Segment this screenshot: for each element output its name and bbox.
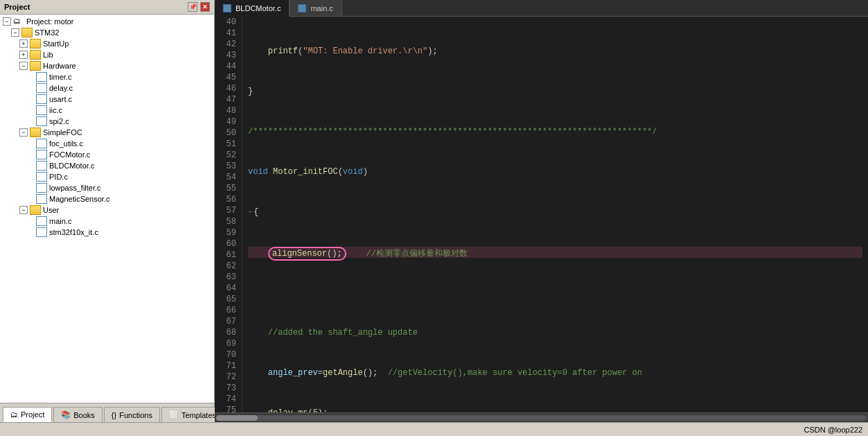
- code-line-47: //added the shaft_angle update: [248, 327, 862, 338]
- code-line-48: angle_prev=getAngle(); //getVelocity(),m…: [248, 367, 862, 378]
- left-panel-title: Project: [4, 3, 30, 11]
- tree-item-hardware[interactable]: − Hardware: [0, 60, 214, 71]
- file-magnetic-icon: [36, 194, 47, 204]
- folder-simplefoc-icon: [30, 128, 41, 137]
- code-line-41: }: [248, 86, 862, 97]
- panel-close-button[interactable]: ✕: [200, 2, 210, 12]
- left-panel-icons: 📌 ✕: [188, 2, 210, 12]
- tree-item-stm32f10x[interactable]: stm32f10x_it.c: [0, 227, 214, 238]
- expand-lib[interactable]: +: [19, 51, 28, 59]
- tree-item-spi2[interactable]: spi2.c: [0, 116, 214, 127]
- file-mainc-icon: [36, 216, 47, 226]
- scrollbar-thumb[interactable]: [216, 415, 258, 421]
- bottom-tabs: 🗂 Project 📚 Books {} Functions ⬜ Templat…: [0, 403, 214, 422]
- line-numbers: 40 41 42 43 44 45 46 47 48 49 50 51 52 5…: [215, 17, 242, 412]
- folder-lib-icon: [30, 50, 41, 60]
- tab-file-icon-main: [298, 4, 306, 12]
- tree-item-focmotor[interactable]: FOCMotor.c: [0, 149, 214, 160]
- code-line-42: /***************************************…: [248, 126, 862, 137]
- folder-user-icon: [30, 205, 41, 215]
- horizontal-scrollbar[interactable]: [215, 412, 868, 422]
- tab-functions[interactable]: {} Functions: [104, 407, 160, 422]
- file-focutils-icon: [36, 139, 47, 148]
- editor-tab-main[interactable]: main.c: [290, 0, 342, 16]
- file-bldcmotor-icon: [36, 161, 47, 171]
- project-tree: − 🗂 Project: motor − STM32 + StartUp + L…: [0, 15, 214, 403]
- tree-item-lowpass[interactable]: lowpass_filter.c: [0, 182, 214, 193]
- tree-item-pid[interactable]: PID.c: [0, 171, 214, 182]
- folder-hardware-icon: [30, 61, 41, 71]
- left-panel-header: Project 📌 ✕: [0, 0, 214, 15]
- functions-tab-icon: {}: [112, 411, 116, 419]
- tree-item-timer[interactable]: timer.c: [0, 71, 214, 82]
- tree-item-simplefoc[interactable]: − SimpleFOC: [0, 127, 214, 138]
- tree-item-usart[interactable]: usart.c: [0, 94, 214, 105]
- code-line-46: [248, 287, 862, 298]
- project-icon: 🗂: [13, 17, 24, 26]
- panel-pin-button[interactable]: 📌: [188, 2, 197, 12]
- code-lines: printf("MOT: Enable driver.\r\n"); } /**…: [242, 17, 868, 412]
- left-panel: Project 📌 ✕ − 🗂 Project: motor − STM32 +: [0, 0, 215, 422]
- code-area[interactable]: 40 41 42 43 44 45 46 47 48 49 50 51 52 5…: [215, 17, 868, 412]
- tab-project[interactable]: 🗂 Project: [3, 407, 52, 422]
- books-tab-icon: 📚: [61, 410, 71, 419]
- templates-tab-icon: ⬜: [169, 410, 179, 419]
- folder-stm32-icon: [21, 28, 33, 37]
- expand-icon[interactable]: −: [3, 17, 11, 26]
- tree-item-mainc[interactable]: main.c: [0, 216, 214, 227]
- code-line-43: void Motor_initFOC(void): [248, 166, 862, 177]
- file-focmotor-icon: [36, 150, 47, 159]
- project-tab-icon: 🗂: [10, 410, 18, 419]
- code-line-49: delay_ms(5);: [248, 408, 862, 412]
- main-container: Project 📌 ✕ − 🗂 Project: motor − STM32 +: [0, 0, 868, 422]
- editor-tab-bldcmotor[interactable]: BLDCMotor.c: [215, 0, 290, 17]
- tree-item-magnetic[interactable]: MagneticSensor.c: [0, 193, 214, 204]
- tree-item-lib[interactable]: + Lib: [0, 49, 214, 60]
- code-editor: BLDCMotor.c main.c 40 41 42 43 44 45 46 …: [215, 0, 868, 422]
- editor-tab-bar: BLDCMotor.c main.c: [215, 0, 868, 17]
- file-spi2-icon: [36, 116, 47, 126]
- file-timer-icon: [36, 72, 47, 82]
- code-line-40: printf("MOT: Enable driver.\r\n");: [248, 46, 862, 57]
- tab-books[interactable]: 📚 Books: [53, 407, 103, 422]
- tab-file-icon-bldcmotor: [223, 4, 231, 12]
- status-bar: CSDN @loop222: [0, 422, 868, 436]
- file-lowpass-icon: [36, 183, 47, 193]
- tree-item-foc-utils[interactable]: foc_utils.c: [0, 138, 214, 149]
- tree-item-bldcmotor[interactable]: BLDCMotor.c: [0, 160, 214, 171]
- status-text: CSDN @loop222: [804, 426, 862, 434]
- expand-simplefoc[interactable]: −: [19, 128, 28, 137]
- file-pid-icon: [36, 172, 47, 182]
- tree-item-project[interactable]: − 🗂 Project: motor: [0, 16, 214, 27]
- tree-item-stm32[interactable]: − STM32: [0, 27, 214, 38]
- expand-stm32[interactable]: −: [11, 28, 19, 37]
- file-delay-icon: [36, 83, 47, 93]
- tree-item-user[interactable]: − User: [0, 204, 214, 216]
- folder-startup-icon: [30, 39, 41, 49]
- scrollbar-track[interactable]: [216, 415, 867, 421]
- file-iic-icon: [36, 105, 47, 115]
- code-line-44: −{: [248, 207, 862, 218]
- tree-item-iic[interactable]: iic.c: [0, 105, 214, 116]
- expand-hardware[interactable]: −: [19, 62, 28, 70]
- file-stm32f10x-icon: [36, 227, 47, 237]
- file-usart-icon: [36, 94, 47, 104]
- code-line-45: alignSensor(); //检测零点偏移量和极对数: [248, 247, 862, 258]
- tree-item-delay[interactable]: delay.c: [0, 82, 214, 94]
- expand-startup[interactable]: +: [19, 40, 28, 48]
- expand-user[interactable]: −: [19, 206, 28, 214]
- tree-item-startup[interactable]: + StartUp: [0, 38, 214, 49]
